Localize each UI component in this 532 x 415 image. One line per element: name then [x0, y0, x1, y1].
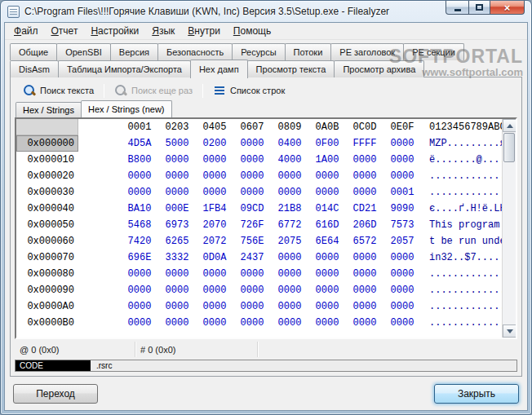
- maximize-button[interactable]: [468, 1, 490, 15]
- hex-cell[interactable]: 0000: [233, 168, 271, 184]
- hex-cell[interactable]: 0000: [383, 152, 421, 168]
- ascii-cell[interactable]: MZP.........яя..: [421, 135, 502, 152]
- hex-cell[interactable]: 0000: [121, 315, 158, 331]
- tab-r2-1[interactable]: DisAsm: [10, 60, 59, 77]
- titlebar-close-button[interactable]: ×: [490, 1, 525, 15]
- hex-cell[interactable]: 3332: [158, 249, 196, 266]
- hex-cell[interactable]: 0000: [308, 249, 346, 266]
- hex-cell[interactable]: BA10: [121, 201, 158, 217]
- ascii-cell[interactable]: ................: [421, 315, 502, 331]
- hex-cell[interactable]: 0000: [121, 282, 158, 298]
- ascii-cell[interactable]: ё.......@.......: [421, 152, 502, 168]
- address-cell[interactable]: 0x000070: [16, 249, 78, 266]
- address-cell[interactable]: 0x000060: [16, 233, 78, 249]
- hex-cell[interactable]: 0000: [346, 249, 383, 266]
- hex-cell[interactable]: 0000: [121, 168, 158, 184]
- hex-cell[interactable]: 4D5A: [121, 135, 158, 152]
- hex-cell[interactable]: 0200: [196, 135, 233, 152]
- hex-cell[interactable]: FFFF: [346, 135, 383, 152]
- search-again-button[interactable]: Поиск еще раз: [108, 82, 199, 99]
- address-cell[interactable]: 0x000080: [16, 266, 78, 282]
- ascii-cell[interactable]: in32..$7........: [421, 249, 502, 266]
- hex-cell[interactable]: 0000: [271, 315, 308, 331]
- hex-cell[interactable]: 0000: [271, 298, 308, 315]
- tab-r2-2[interactable]: Таблица Импорта/Экспорта: [58, 60, 191, 77]
- hex-cell[interactable]: 6E64: [308, 233, 346, 249]
- hex-cell[interactable]: 0000: [196, 168, 233, 184]
- tab-r2-3[interactable]: Hex дамп: [190, 60, 248, 78]
- hex-cell[interactable]: B800: [121, 152, 158, 168]
- menu-item-3[interactable]: Настройки: [84, 24, 145, 38]
- title-bar[interactable]: C:\Program Files\!!!Горячие Клавиши (KWN…: [1, 1, 531, 22]
- hex-cell[interactable]: 0000: [308, 315, 346, 331]
- hex-cell[interactable]: 5468: [121, 217, 158, 233]
- hex-cell[interactable]: 0000: [158, 184, 196, 201]
- hex-cell[interactable]: 2072: [196, 233, 233, 249]
- hex-cell[interactable]: 0000: [308, 298, 346, 315]
- ascii-cell[interactable]: ................: [421, 298, 502, 315]
- hex-cell[interactable]: 21B8: [271, 201, 308, 217]
- ascii-cell[interactable]: ................: [421, 266, 502, 282]
- address-cell[interactable]: 0x000090: [16, 282, 78, 298]
- hex-cell[interactable]: 0D0A: [196, 249, 233, 266]
- hex-cell[interactable]: 7420: [121, 233, 158, 249]
- hex-cell[interactable]: 0000: [308, 266, 346, 282]
- vertical-scrollbar[interactable]: [502, 119, 516, 338]
- section-code[interactable]: CODE: [16, 360, 91, 371]
- hex-cell[interactable]: 7573: [383, 217, 421, 233]
- address-cell[interactable]: 0x000010: [16, 152, 78, 168]
- hex-cell[interactable]: 0000: [271, 168, 308, 184]
- hex-cell[interactable]: 0000: [308, 168, 346, 184]
- tab-r1-6[interactable]: Потоки: [285, 43, 332, 60]
- ascii-cell[interactable]: ................: [421, 282, 502, 298]
- minimize-button[interactable]: [446, 1, 469, 15]
- hex-cell[interactable]: 9090: [383, 201, 421, 217]
- scrollbar-thumb[interactable]: [503, 133, 515, 162]
- tab-r1-8[interactable]: PE секции: [403, 43, 464, 60]
- tab-r1-3[interactable]: Версия: [110, 43, 158, 60]
- hex-cell[interactable]: 4000: [271, 152, 308, 168]
- menu-item-1[interactable]: Файл: [7, 24, 45, 38]
- tab-r1-4[interactable]: Безопасность: [157, 43, 233, 60]
- tab-r1-2[interactable]: OpenSBI: [56, 43, 111, 60]
- hex-cell[interactable]: 014C: [308, 201, 346, 217]
- hex-cell[interactable]: 0000: [196, 298, 233, 315]
- hex-cell[interactable]: 0000: [271, 282, 308, 298]
- hex-cell[interactable]: 1FB4: [196, 201, 233, 217]
- hex-cell[interactable]: 09CD: [233, 201, 271, 217]
- tab-r1-1[interactable]: Общие: [10, 43, 57, 60]
- hex-cell[interactable]: 756E: [233, 233, 271, 249]
- hex-cell[interactable]: 0000: [271, 184, 308, 201]
- hex-cell[interactable]: 0000: [121, 298, 158, 315]
- hex-cell[interactable]: 6772: [271, 217, 308, 233]
- hex-cell[interactable]: 0000: [346, 282, 383, 298]
- jump-button[interactable]: Переход: [13, 384, 98, 404]
- hex-cell[interactable]: 5000: [158, 135, 196, 152]
- ascii-cell[interactable]: ................: [421, 168, 502, 184]
- hex-cell[interactable]: 0000: [271, 266, 308, 282]
- subtab-1[interactable]: Hex / Strings: [16, 102, 82, 117]
- subtab-2[interactable]: Hex / Strings (new): [81, 100, 172, 117]
- tab-r1-5[interactable]: Ресурсы: [232, 43, 285, 60]
- address-cell[interactable]: 0x000050: [16, 217, 78, 233]
- hex-cell[interactable]: 0000: [346, 298, 383, 315]
- hex-cell[interactable]: 0000: [308, 184, 346, 201]
- hex-cell[interactable]: 616D: [308, 217, 346, 233]
- menu-item-4[interactable]: Язык: [145, 24, 181, 38]
- hex-cell[interactable]: 0000: [233, 298, 271, 315]
- hex-cell[interactable]: 0000: [121, 184, 158, 201]
- hex-cell[interactable]: 0400: [271, 135, 308, 152]
- hex-cell[interactable]: 0000: [346, 184, 383, 201]
- hex-cell[interactable]: 6572: [346, 233, 383, 249]
- hex-cell[interactable]: 0000: [233, 152, 271, 168]
- menu-item-2[interactable]: Отчет: [45, 24, 85, 38]
- hex-cell[interactable]: 0000: [383, 168, 421, 184]
- hex-cell[interactable]: 0000: [308, 282, 346, 298]
- tab-r2-4[interactable]: Просмотр текста: [247, 60, 335, 77]
- hex-cell[interactable]: 0001: [383, 184, 421, 201]
- hex-cell[interactable]: 6973: [158, 217, 196, 233]
- hex-cell[interactable]: 0000: [158, 168, 196, 184]
- address-cell[interactable]: 0x0000A0: [16, 298, 78, 315]
- hex-cell[interactable]: 0000: [233, 282, 271, 298]
- hex-cell[interactable]: 0000: [121, 266, 158, 282]
